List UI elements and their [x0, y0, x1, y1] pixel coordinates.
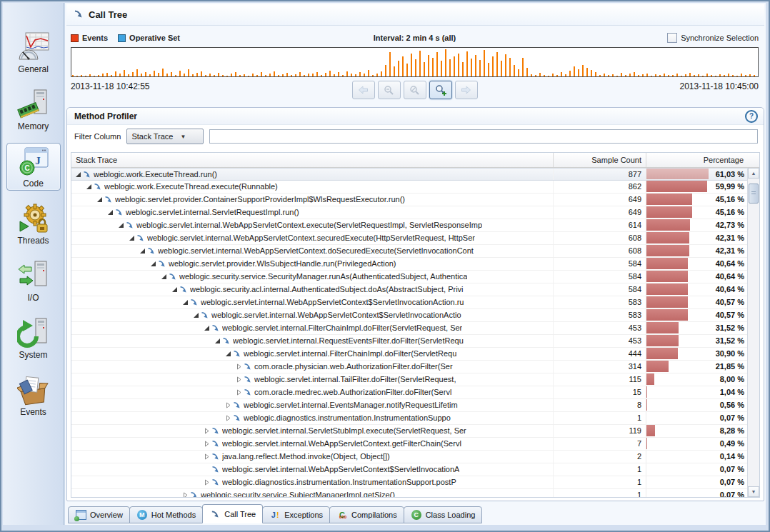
- column-header-sample-count[interactable]: Sample Count: [554, 153, 646, 167]
- table-row[interactable]: weblogic.servlet.internal.WebAppServletC…: [71, 245, 748, 258]
- table-row[interactable]: weblogic.servlet.internal.RequestEventsF…: [71, 335, 748, 348]
- scrollbar-up-button[interactable]: ▲: [748, 168, 759, 179]
- expand-toggle-icon[interactable]: [236, 389, 244, 396]
- table-row[interactable]: weblogic.servlet.internal.WebAppServletC…: [71, 232, 748, 245]
- table-row[interactable]: java.lang.reflect.Method.invoke(Object, …: [71, 451, 748, 463]
- expand-toggle-icon[interactable]: [139, 248, 147, 254]
- expand-toggle-icon[interactable]: [225, 415, 233, 421]
- tab-exceptions[interactable]: J!Exceptions: [262, 506, 330, 523]
- table-row[interactable]: weblogic.servlet.internal.ServletRequest…: [71, 206, 748, 219]
- zoom-in-button[interactable]: [429, 81, 452, 99]
- timeline-bar: [136, 69, 138, 76]
- back-button[interactable]: [352, 81, 375, 99]
- timeline-bar: [604, 74, 605, 76]
- table-row[interactable]: weblogic.diagnostics.instrumentation.Ins…: [71, 476, 748, 489]
- method-icon: [201, 311, 211, 319]
- table-row[interactable]: weblogic.work.ExecuteThread.run()87761,0…: [71, 168, 748, 181]
- percentage-label: 59,99 %: [716, 181, 744, 193]
- synchronize-selection[interactable]: Synchronize Selection: [667, 33, 759, 43]
- table-row[interactable]: weblogic.diagnostics.instrumentation.Ins…: [71, 412, 748, 425]
- expand-toggle-icon[interactable]: [161, 273, 169, 280]
- vertical-scrollbar[interactable]: ▲ ▼: [747, 168, 759, 497]
- tab-call-tree[interactable]: Call Tree: [202, 504, 263, 523]
- zoom-selection-button[interactable]: [404, 81, 426, 99]
- table-row[interactable]: weblogic.work.ExecuteThread.execute(Runn…: [71, 181, 748, 194]
- table-row[interactable]: weblogic.servlet.internal.EventsManager.…: [71, 399, 748, 412]
- forward-button[interactable]: [455, 81, 478, 99]
- table-row[interactable]: weblogic.servlet.internal.WebAppServletC…: [71, 296, 748, 309]
- tab-overview[interactable]: Overview: [68, 506, 130, 523]
- table-row[interactable]: weblogic.servlet.internal.FilterChainImp…: [71, 322, 748, 335]
- sidebar-item-memory[interactable]: Memory: [6, 86, 61, 134]
- stack-trace-cell: java.lang.reflect.Method.invoke(Object, …: [71, 451, 554, 463]
- filter-column-select[interactable]: Stack Trace ▼: [126, 129, 204, 144]
- expand-toggle-icon[interactable]: [107, 209, 115, 216]
- percentage-label: 40,57 %: [716, 309, 744, 321]
- tab-label: Call Tree: [224, 510, 256, 518]
- expand-toggle-icon[interactable]: [204, 428, 211, 434]
- table-row[interactable]: com.oracle.medrec.web.AuthorizationFilte…: [71, 386, 748, 399]
- sidebar-item-general[interactable]: General: [6, 29, 61, 76]
- expand-toggle-icon[interactable]: [225, 402, 233, 408]
- stack-trace-cell: weblogic.servlet.internal.WebAppServletC…: [71, 245, 554, 257]
- expand-toggle-icon[interactable]: [236, 363, 244, 370]
- table-row[interactable]: com.oracle.physician.web.AuthorizationFi…: [71, 361, 748, 373]
- table-row[interactable]: weblogic.servlet.provider.WlsSubjectHand…: [71, 258, 748, 271]
- table-row[interactable]: weblogic.servlet.internal.TailFilter.doF…: [71, 373, 748, 386]
- table-row[interactable]: weblogic.security.service.SecurityManage…: [71, 271, 748, 283]
- sample-count-cell: 862: [554, 181, 646, 193]
- expand-toggle-icon[interactable]: [236, 376, 244, 383]
- expand-toggle-icon[interactable]: [204, 441, 211, 447]
- sidebar-item-code[interactable]: JCCode: [6, 143, 61, 191]
- percentage-bar: [646, 206, 692, 218]
- table-row[interactable]: weblogic.servlet.provider.ContainerSuppo…: [71, 194, 748, 206]
- sidebar-item-threads[interactable]: Threads: [6, 200, 61, 248]
- table-row[interactable]: weblogic.servlet.internal.WebAppServletC…: [71, 309, 748, 322]
- expand-toggle-icon[interactable]: [182, 492, 190, 497]
- expand-toggle-icon[interactable]: [204, 479, 211, 486]
- timeline-bar: [591, 70, 592, 76]
- expand-toggle-icon[interactable]: [96, 196, 104, 203]
- scrollbar-down-button[interactable]: ▼: [748, 486, 759, 497]
- expand-toggle-icon[interactable]: [193, 312, 201, 318]
- column-header-percentage[interactable]: Percentage: [646, 153, 748, 167]
- table-row[interactable]: weblogic.security.acl.internal.Authentic…: [71, 283, 748, 296]
- timeline-bar: [531, 74, 532, 76]
- percentage-bar: [646, 309, 688, 321]
- timeline-bar: [201, 71, 202, 76]
- percentage-label: 42,73 %: [716, 219, 744, 231]
- tab-class-loading[interactable]: CClass Loading: [404, 506, 483, 523]
- tab-compilations[interactable]: C010Compilations: [329, 506, 404, 523]
- scrollbar-thumb[interactable]: [749, 184, 759, 204]
- filter-text-input[interactable]: [209, 129, 758, 144]
- expand-toggle-icon[interactable]: [118, 222, 126, 229]
- sidebar-item-events[interactable]: Events: [6, 371, 61, 419]
- table-row[interactable]: weblogic.servlet.internal.FilterChainImp…: [71, 348, 748, 361]
- table-row[interactable]: weblogic.servlet.internal.WebAppServletC…: [71, 463, 748, 476]
- percentage-label: 45,16 %: [716, 194, 744, 206]
- help-icon[interactable]: ?: [745, 110, 758, 123]
- table-row[interactable]: weblogic.servlet.internal.ServletStubImp…: [71, 425, 748, 438]
- expand-toggle-icon[interactable]: [204, 453, 211, 460]
- zoom-out-button[interactable]: [378, 81, 401, 99]
- expand-toggle-icon[interactable]: [204, 325, 211, 331]
- expand-toggle-icon[interactable]: [129, 235, 136, 241]
- table-row[interactable]: weblogic.servlet.internal.WebAppServletC…: [71, 219, 748, 232]
- table-row[interactable]: weblogic.security.service.SubjectManager…: [71, 489, 748, 497]
- expand-toggle-icon[interactable]: [214, 338, 222, 344]
- expand-toggle-icon[interactable]: [150, 261, 158, 267]
- column-header-stack-trace[interactable]: Stack Trace: [71, 153, 554, 167]
- synchronize-selection-checkbox[interactable]: [667, 33, 677, 43]
- expand-toggle-icon[interactable]: [86, 184, 94, 190]
- expand-toggle-icon[interactable]: [171, 286, 179, 293]
- expand-toggle-icon[interactable]: [75, 171, 83, 178]
- timeline-chart[interactable]: [71, 47, 759, 77]
- table-row[interactable]: weblogic.servlet.internal.WebAppServletC…: [71, 438, 748, 451]
- expand-toggle-icon[interactable]: [182, 299, 190, 306]
- tab-hot-methods[interactable]: MHot Methods: [129, 506, 203, 523]
- timeline-bar: [454, 56, 455, 76]
- sidebar-item-i-o[interactable]: I/O: [6, 257, 61, 305]
- expand-toggle-icon[interactable]: [225, 351, 233, 357]
- sidebar-item-system[interactable]: System: [6, 314, 61, 362]
- percentage-label: 31,52 %: [716, 322, 744, 334]
